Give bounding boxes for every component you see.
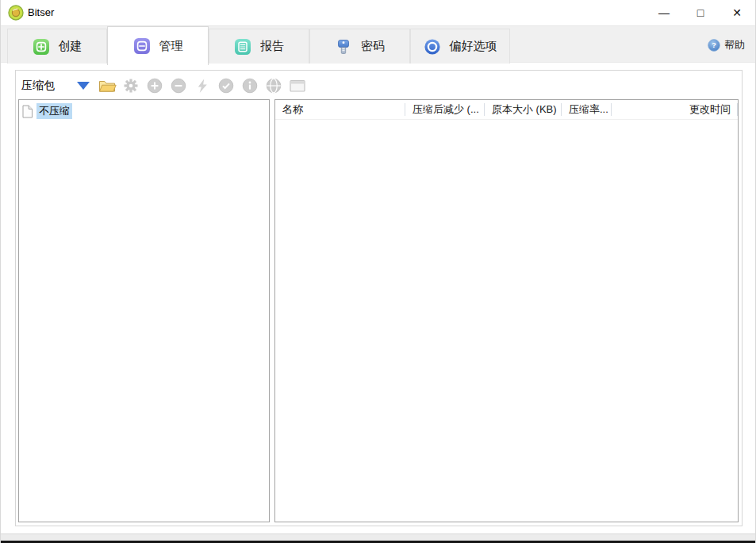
file-list-panel: 名称 压缩后减少 (... 原本大小 (KB) 压缩率... 更改时间 — [274, 99, 739, 522]
preferences-target-icon — [424, 38, 441, 56]
open-folder-icon — [98, 79, 117, 94]
help-label: 帮助 — [724, 38, 745, 52]
window-panel-icon — [289, 78, 306, 94]
archive-dropdown-button[interactable] — [75, 77, 92, 94]
file-table-header: 名称 压缩后减少 (... 原本大小 (KB) 压缩率... 更改时间 — [275, 100, 738, 120]
add-files-button[interactable] — [144, 76, 165, 95]
bottom-strip — [1, 533, 755, 541]
extract-button[interactable] — [192, 76, 213, 95]
help-question-icon: ? — [708, 39, 720, 52]
tab-manage[interactable]: 管理 — [107, 26, 209, 65]
check-circle-icon — [218, 78, 234, 94]
globe-icon — [266, 78, 282, 94]
open-archive-button[interactable] — [97, 76, 117, 95]
test-archive-button[interactable] — [216, 76, 236, 95]
tab-report[interactable]: 报告 — [209, 29, 309, 64]
archive-toolbar: 压缩包 — [21, 75, 308, 97]
tree-item-label: 不压缩 — [36, 103, 72, 119]
lightning-icon — [194, 78, 210, 94]
remove-files-button[interactable] — [168, 76, 189, 95]
password-key-icon — [335, 38, 352, 56]
manage-minus-icon — [133, 37, 151, 55]
info-button[interactable] — [240, 76, 260, 95]
scan-button[interactable] — [263, 76, 284, 95]
column-header-ratio[interactable]: 压缩率... — [562, 100, 612, 119]
bitser-window: Bitser — □ ✕ 创建 — [0, 0, 756, 543]
tab-password[interactable]: 密码 — [309, 29, 410, 64]
minimize-button[interactable]: — — [646, 0, 682, 25]
maximize-button[interactable]: □ — [682, 0, 719, 25]
column-header-original-size[interactable]: 原本大小 (KB) — [485, 100, 562, 119]
page-icon — [21, 105, 33, 118]
add-circle-icon — [147, 78, 163, 94]
tab-create-label: 创建 — [59, 39, 83, 54]
column-header-name[interactable]: 名称 — [275, 100, 405, 119]
archive-tree-panel: 不压缩 — [18, 99, 270, 522]
remove-circle-icon — [171, 78, 186, 94]
tree-item-no-compression[interactable]: 不压缩 — [19, 100, 269, 121]
title-bar: Bitser — □ ✕ — [1, 0, 755, 25]
column-header-modified[interactable]: 更改时间 — [612, 100, 738, 119]
tab-report-label: 报告 — [260, 39, 284, 54]
close-button[interactable]: ✕ — [719, 0, 755, 25]
tab-preferences[interactable]: 偏好选项 — [410, 29, 510, 64]
settings-button[interactable] — [121, 76, 141, 95]
window-controls: — □ ✕ — [646, 0, 755, 25]
tab-password-label: 密码 — [361, 39, 385, 54]
window-title: Bitser — [28, 0, 54, 25]
svg-text:?: ? — [712, 40, 716, 49]
info-circle-icon — [242, 78, 258, 94]
tab-preferences-label: 偏好选项 — [450, 39, 497, 54]
gear-icon — [123, 78, 139, 94]
archive-label: 压缩包 — [21, 79, 55, 93]
dropdown-arrow-icon — [77, 82, 90, 90]
view-window-button[interactable] — [287, 76, 308, 95]
main-groupbox: 压缩包 — [15, 70, 743, 526]
tab-bar: 创建 管理 报告 — [1, 25, 755, 63]
app-logo-icon — [8, 5, 24, 21]
column-header-reduced[interactable]: 压缩后减少 (... — [405, 100, 485, 119]
report-document-icon — [234, 38, 251, 56]
help-button[interactable]: ? 帮助 — [708, 26, 745, 64]
tab-manage-label: 管理 — [159, 39, 183, 54]
tab-create[interactable]: 创建 — [7, 29, 107, 64]
create-plus-icon — [33, 38, 50, 56]
